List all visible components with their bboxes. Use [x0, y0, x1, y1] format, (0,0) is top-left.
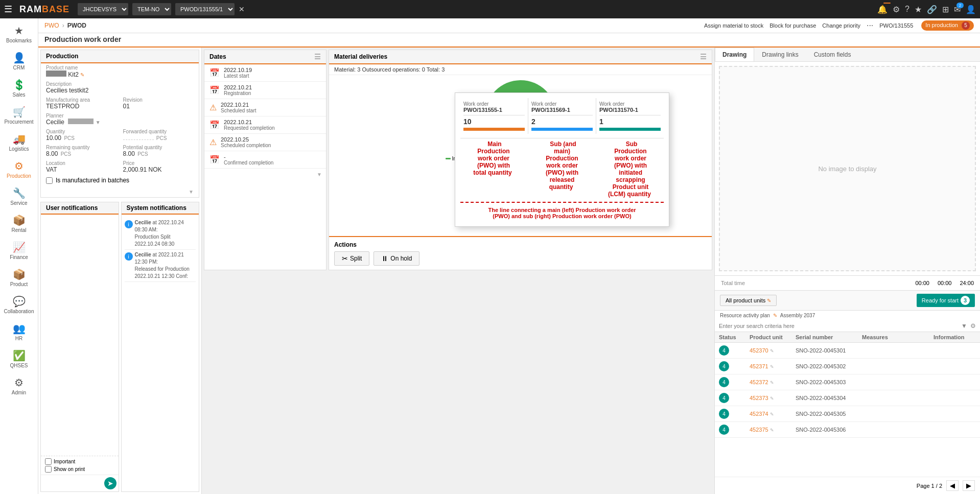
dates-icons[interactable]: ☰: [314, 53, 321, 61]
more-actions-icon[interactable]: ···: [867, 21, 873, 30]
batch-checkbox[interactable]: [46, 177, 53, 184]
date-info-2: 2022.10.21 Scheduled start: [221, 102, 256, 113]
sidebar-item-rental[interactable]: 📦 Rental: [0, 210, 38, 237]
material-icons[interactable]: ☰: [700, 53, 707, 61]
sidebar-item-sales[interactable]: 💲 Sales: [0, 75, 38, 102]
qty-col: Quantity 10.00 PCS: [46, 129, 117, 142]
sidebar-item-bookmarks[interactable]: ★ Bookmarks: [0, 20, 38, 48]
actions-section: Actions ✂ Split ⏸ On hold: [329, 236, 712, 270]
help-icon[interactable]: ?: [905, 5, 909, 14]
notif-send-btn[interactable]: ➤: [41, 475, 119, 491]
tenant-selector[interactable]: TEM-NO: [132, 3, 171, 15]
resource-plan-edit-icon[interactable]: ✎: [773, 313, 777, 318]
sidebar-item-product[interactable]: 📦 Product: [0, 264, 38, 291]
row-serial-3: SNO-2022-0045304: [796, 395, 862, 401]
annotation-text-0: MainProductionwork order(PWO) withtotal …: [473, 137, 514, 179]
row-status-3: 4: [719, 393, 750, 403]
sidebar-item-crm[interactable]: 👤 CRM: [0, 48, 38, 75]
pu-controls: All product units ✎: [720, 295, 777, 306]
row-unit-0[interactable]: 452370 ✎: [750, 347, 796, 354]
user-icon[interactable]: 👤: [966, 5, 976, 14]
tab-drawing-links[interactable]: Drawing links: [754, 48, 806, 61]
material-header: Material deliveries ☰: [329, 50, 712, 64]
row-status-1: 4: [719, 361, 750, 371]
row-unit-2[interactable]: 452372 ✎: [750, 379, 796, 385]
settings-icon[interactable]: ⚙: [893, 5, 900, 14]
sidebar-label-collaboration: Collaboration: [4, 309, 34, 314]
link-icon[interactable]: 🔗: [927, 5, 937, 14]
date-item-0: 📅 2022.10.19 Latest start: [204, 64, 326, 82]
row-unit-5[interactable]: 452375 ✎: [750, 427, 796, 433]
price-value: 2,000.91 NOK: [123, 166, 194, 173]
messages-icon[interactable]: ✉2: [954, 5, 961, 14]
star-icon[interactable]: ★: [915, 5, 922, 14]
rem-qty-row: Remaining quantity 8.00 PCS Potential qu…: [41, 143, 199, 159]
connector-dashed-line: [460, 202, 664, 203]
production-icon: ⚙: [14, 160, 24, 172]
qty-row: Quantity 10.00 PCS Forwarded quantity PC…: [41, 127, 199, 143]
next-page-button[interactable]: ▶: [963, 480, 975, 491]
block-purchase-link[interactable]: Block for purchase: [769, 22, 816, 29]
all-product-units-button[interactable]: All product units ✎: [720, 295, 777, 306]
sidebar-item-production[interactable]: ⚙ Production: [0, 156, 38, 183]
ready-for-start-button[interactable]: Ready for start 3: [917, 294, 975, 307]
breadcrumb-pwo[interactable]: PWO: [44, 22, 59, 29]
on-hold-button[interactable]: ⏸ On hold: [374, 251, 419, 266]
row-unit-3[interactable]: 452373 ✎: [750, 395, 796, 401]
pagination: Page 1 / 2 ◀ ▶: [715, 477, 980, 494]
pu-header: All product units ✎ Ready for start 3: [715, 291, 980, 311]
search-input[interactable]: [719, 323, 958, 329]
total-time-label: Total time: [721, 280, 745, 286]
alert-icon[interactable]: 🔔: [877, 5, 888, 14]
mfg-row: Manufacturing area TESTPROD Revision 01: [41, 96, 199, 111]
planner-dropdown-icon[interactable]: ▼: [96, 120, 101, 125]
sidebar-item-logistics[interactable]: 🚚 Logistics: [0, 129, 38, 156]
user-notifications-panel: User notifications Important Show on pri…: [40, 202, 119, 492]
wo-bar-0: [463, 128, 525, 131]
description-group: Description Cecilies testkit2: [41, 80, 199, 96]
settings-icon[interactable]: ⚙: [970, 322, 976, 330]
sidebar-label-finance: Finance: [10, 254, 28, 260]
price-col: Price 2,000.91 NOK: [123, 160, 194, 173]
assign-material-link[interactable]: Assign material to stock: [704, 22, 763, 29]
collapse-btn[interactable]: ▼: [41, 186, 199, 197]
table-body: 4 452370 ✎ SNO-2022-0045301 › 4 452371 ✎…: [715, 343, 980, 477]
hamburger-menu[interactable]: ☰: [4, 4, 12, 15]
row-unit-1[interactable]: 452371 ✎: [750, 363, 796, 369]
row-unit-4[interactable]: 452374 ✎: [750, 411, 796, 417]
sidebar-item-service[interactable]: 🔧 Service: [0, 183, 38, 210]
important-checkbox[interactable]: [45, 458, 52, 465]
service-icon: 🔧: [13, 187, 26, 199]
tab-drawing[interactable]: Drawing: [715, 48, 754, 61]
notif-item-2: i Cecilie at 2022.10.21 12:30 PM: Releas…: [125, 250, 196, 282]
system-selector[interactable]: JHCDEVSYS: [78, 3, 128, 15]
grid-icon[interactable]: ⊞: [942, 5, 949, 14]
sidebar-item-procurement[interactable]: 🛒 Procurement: [0, 102, 38, 129]
notifications-area: User notifications Important Show on pri…: [40, 202, 199, 492]
notif-text-1: Cecilie at 2022.10.24 08:30 AM: Producti…: [135, 219, 196, 248]
user-notif-header: User notifications: [41, 202, 119, 215]
row-serial-2: SNO-2022-0045303: [796, 379, 862, 385]
sidebar-item-collaboration[interactable]: 💬 Collaboration: [0, 291, 38, 318]
sidebar-item-finance[interactable]: 📈 Finance: [0, 237, 38, 264]
record-close-icon[interactable]: ✕: [239, 5, 245, 13]
show-on-print-checkbox[interactable]: [45, 466, 52, 473]
change-priority-link[interactable]: Change priority: [822, 22, 860, 29]
calendar-icon-0: 📅: [209, 68, 220, 78]
description-value: Cecilies testkit2: [46, 87, 194, 94]
table-row: 4 452374 ✎ SNO-2022-0045305 ›: [715, 406, 980, 422]
filter-icon[interactable]: ▼: [961, 322, 967, 330]
dates-collapse[interactable]: ▼: [204, 169, 326, 180]
sidebar-item-hr[interactable]: 👥 HR: [0, 318, 38, 345]
sidebar-item-qhses[interactable]: ✅ QHSES: [0, 345, 38, 372]
split-button[interactable]: ✂ Split: [334, 251, 369, 266]
prev-page-button[interactable]: ◀: [946, 480, 959, 491]
show-on-print-label: Show on print: [54, 466, 85, 472]
date-item-1: 📅 2022.10.21 Registration: [204, 82, 326, 99]
sidebar-label-production: Production: [7, 173, 31, 179]
record-selector[interactable]: PWOD/131555/1: [175, 3, 235, 15]
product-name-edit-icon[interactable]: ✎: [80, 72, 84, 78]
tab-custom-fields[interactable]: Custom fields: [806, 48, 859, 61]
sidebar-item-admin[interactable]: ⚙ Admin: [0, 372, 38, 399]
sidebar-label-crm: CRM: [13, 65, 25, 70]
